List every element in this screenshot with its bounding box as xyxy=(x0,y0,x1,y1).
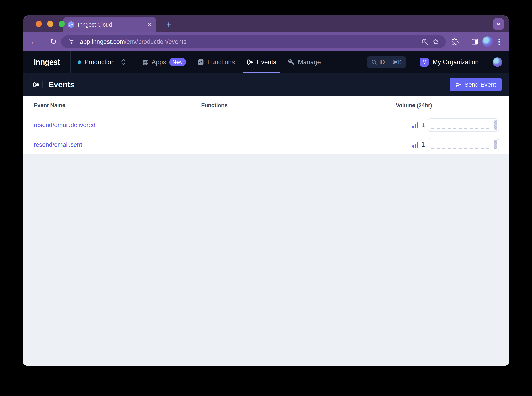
organization-name: My Organization xyxy=(433,58,479,66)
page-title: Events xyxy=(48,80,75,89)
volume-cell: 1 xyxy=(396,118,509,132)
tab-close-icon[interactable]: ✕ xyxy=(147,22,152,28)
tab-title: Inngest Cloud xyxy=(78,22,147,28)
chevron-up-down-icon xyxy=(121,59,126,65)
site-settings-icon[interactable] xyxy=(65,36,76,47)
nav-item-label: Apps xyxy=(152,58,166,66)
bookmark-star-icon[interactable] xyxy=(430,36,441,47)
nav-item-functions[interactable]: Functions xyxy=(197,51,235,73)
sparkline-bar xyxy=(494,140,497,149)
nav-spacer xyxy=(321,51,367,73)
search-shortcut-keys: ⌘K xyxy=(393,59,402,65)
sparkline-baseline xyxy=(431,128,490,129)
table-row[interactable]: resend/email.delivered 1 xyxy=(23,115,509,135)
url-bar[interactable]: app.inngest.com/env/production/events xyxy=(61,35,446,48)
events-page-icon-box xyxy=(30,78,43,91)
sparkline-baseline xyxy=(431,148,490,149)
maximize-window-button[interactable] xyxy=(59,21,65,27)
side-panel-icon[interactable] xyxy=(469,36,480,47)
event-name-link[interactable]: resend/email.delivered xyxy=(23,122,201,128)
browser-toolbar: ← → ↻ app.inngest.com/env/production/eve… xyxy=(23,33,509,51)
window-controls xyxy=(36,15,65,33)
page-empty-area xyxy=(23,154,509,366)
nav-item-manage[interactable]: Manage xyxy=(288,51,321,73)
page-header: Events Send Event xyxy=(23,73,509,96)
app-navbar: inngest Production xyxy=(23,51,509,73)
forward-button[interactable]: → xyxy=(39,37,48,47)
browser-menu-icon[interactable]: ⋮ xyxy=(495,37,503,46)
volume-count: 1 xyxy=(421,141,425,148)
search-icon xyxy=(371,59,377,65)
new-badge: New xyxy=(169,58,186,66)
browser-profile-avatar[interactable] xyxy=(482,36,493,47)
url-path: /env/production/events xyxy=(125,38,186,45)
apps-grid-icon xyxy=(142,59,148,65)
tab-search-button[interactable] xyxy=(492,18,504,30)
send-event-label: Send Event xyxy=(464,81,496,88)
browser-tab[interactable]: Inngest Cloud ✕ xyxy=(63,17,156,33)
table-row[interactable]: resend/email.sent 1 xyxy=(23,135,509,154)
new-tab-button[interactable]: + xyxy=(164,20,174,30)
chevron-down-icon xyxy=(495,21,502,27)
inngest-logo[interactable]: inngest xyxy=(23,51,70,73)
reload-button[interactable]: ↻ xyxy=(48,37,58,47)
volume-sparkline xyxy=(428,138,499,151)
toolbar-divider xyxy=(465,37,465,46)
column-header-functions: Functions xyxy=(201,102,396,109)
volume-count: 1 xyxy=(421,121,425,129)
table-header: Event Name Functions Volume (24hr) xyxy=(23,96,509,115)
wrench-icon xyxy=(288,59,295,65)
send-icon xyxy=(455,82,462,88)
toolbar-right: ⋮ xyxy=(450,36,503,47)
nav-item-apps[interactable]: Apps New xyxy=(142,51,186,73)
nav-divider xyxy=(133,51,133,73)
search-shortcut[interactable]: ID ⌘K xyxy=(367,56,406,68)
minimize-window-button[interactable] xyxy=(47,21,53,27)
desktop-background: Inngest Cloud ✕ + ← → ↻ xyxy=(0,0,532,396)
events-icon xyxy=(32,81,40,88)
event-name-link[interactable]: resend/email.sent xyxy=(23,141,201,148)
environment-switcher[interactable]: Production xyxy=(71,51,133,73)
url-host: app.inngest.com xyxy=(80,38,125,45)
inngest-favicon-icon xyxy=(68,21,75,28)
nav-items: Apps New Functions Events xyxy=(142,51,321,73)
volume-cell: 1 xyxy=(396,138,509,151)
organization-switcher[interactable]: M My Organization xyxy=(420,51,479,73)
events-icon xyxy=(247,59,254,66)
back-button[interactable]: ← xyxy=(29,37,39,47)
tab-strip: Inngest Cloud ✕ + xyxy=(23,15,509,33)
column-header-volume: Volume (24hr) xyxy=(396,102,509,109)
nav-item-events[interactable]: Events xyxy=(247,51,276,73)
nav-divider xyxy=(486,51,486,73)
functions-code-icon xyxy=(197,59,204,65)
column-header-event-name: Event Name xyxy=(23,102,201,109)
environment-label: Production xyxy=(84,58,115,66)
nav-item-label: Manage xyxy=(298,58,321,66)
extensions-icon[interactable] xyxy=(450,36,461,47)
url-text[interactable]: app.inngest.com/env/production/events xyxy=(80,38,419,45)
nav-item-label: Events xyxy=(257,58,276,66)
user-avatar[interactable] xyxy=(493,58,502,67)
bar-chart-icon xyxy=(412,142,418,147)
send-event-button[interactable]: Send Event xyxy=(450,78,502,91)
close-window-button[interactable] xyxy=(36,21,42,27)
organization-initial-badge: M xyxy=(420,58,429,67)
bar-chart-icon xyxy=(412,122,418,128)
zoom-icon[interactable] xyxy=(419,36,430,47)
user-menu[interactable] xyxy=(493,51,509,73)
nav-item-label: Functions xyxy=(207,58,235,66)
sparkline-bar xyxy=(494,120,497,129)
search-id-label: ID xyxy=(379,59,385,65)
environment-status-dot xyxy=(78,60,81,64)
nav-divider xyxy=(413,51,413,73)
browser-window: Inngest Cloud ✕ + ← → ↻ xyxy=(23,15,509,366)
volume-sparkline xyxy=(428,118,499,132)
